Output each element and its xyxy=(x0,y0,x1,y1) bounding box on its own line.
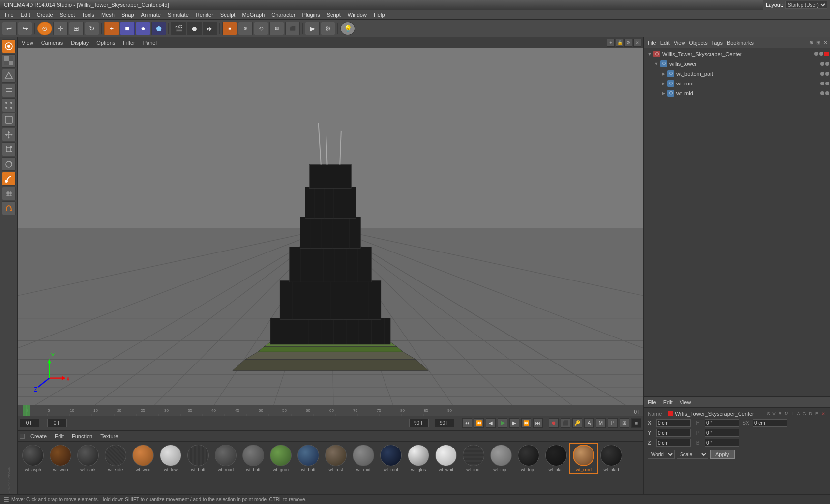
checkerboard-tool-button[interactable] xyxy=(2,54,16,68)
frame-counter-input[interactable] xyxy=(47,419,67,427)
material-wt-rust[interactable]: wt_rust xyxy=(323,444,349,473)
grid-tool-button[interactable] xyxy=(2,187,16,200)
am-menu-file[interactable]: File xyxy=(646,398,658,406)
tree-item-bottom-part[interactable]: ▶ ⬡ wt_bottom_part xyxy=(645,69,829,79)
timeline-mode-button[interactable]: P xyxy=(608,418,618,428)
menu-create[interactable]: Create xyxy=(34,11,56,19)
attr-icon-v[interactable]: V xyxy=(771,411,776,416)
tree-expand-root[interactable]: ▼ xyxy=(647,51,652,57)
material-wt-top2[interactable]: wt_top_ xyxy=(515,444,542,473)
timeline-button[interactable]: ⏭ xyxy=(203,22,217,35)
viewport-menu-filter[interactable]: Filter xyxy=(121,39,137,47)
viewport-menu-cameras[interactable]: Cameras xyxy=(39,39,65,47)
end-frame2-input[interactable] xyxy=(435,419,454,427)
bm-objects[interactable]: Objects xyxy=(687,40,709,46)
attr-h-input[interactable] xyxy=(705,419,739,427)
light-button[interactable]: 💡 xyxy=(340,22,355,35)
timeline-ruler[interactable]: 0 5 10 15 20 25 30 35 40 45 50 55 xyxy=(18,405,643,416)
goto-start-button[interactable]: ⏮ xyxy=(462,418,472,428)
material-wt-low[interactable]: wt_low xyxy=(157,444,184,473)
menu-animate[interactable]: Animate xyxy=(138,11,164,19)
attr-icon-g[interactable]: G xyxy=(801,411,807,416)
undo-button[interactable]: ↩ xyxy=(2,22,17,35)
viewport-area[interactable]: View Cameras Display Options Filter Pane… xyxy=(18,37,643,405)
auto-key-button[interactable]: A xyxy=(584,418,594,428)
cylinder-button[interactable]: ⬟ xyxy=(151,22,166,35)
move-button[interactable]: ✛ xyxy=(53,22,68,35)
material-wt-grou[interactable]: wt_grou xyxy=(267,444,294,473)
apply-button[interactable]: Apply xyxy=(710,450,735,459)
material-wt-roof2[interactable]: wt_roof xyxy=(460,444,487,473)
om-icon-3[interactable]: ✕ xyxy=(822,40,828,45)
attr-b-input[interactable] xyxy=(705,439,739,447)
render-view-button[interactable]: ▶ xyxy=(305,22,320,35)
coord-scale-select[interactable]: Scale Position Rotation xyxy=(677,450,708,459)
menu-mesh[interactable]: Mesh xyxy=(98,11,118,19)
om-icon-1[interactable]: ⊕ xyxy=(808,40,814,45)
viewport-menu-panel[interactable]: Panel xyxy=(141,39,159,47)
am-menu-edit[interactable]: Edit xyxy=(661,398,675,406)
viewport-canvas[interactable]: Perspective xyxy=(18,48,643,405)
polygon-tool-button[interactable] xyxy=(2,69,16,83)
material-wt-bott[interactable]: wt_bott xyxy=(185,444,211,473)
menu-edit[interactable]: Edit xyxy=(18,11,33,19)
scale-tool-button[interactable] xyxy=(2,142,16,156)
material-wt-dark[interactable]: wt_dark xyxy=(75,444,101,473)
attr-icon-r[interactable]: R xyxy=(777,411,783,416)
tree-expand-roof[interactable]: ▶ xyxy=(660,81,666,86)
menu-script[interactable]: Script xyxy=(324,11,344,19)
viewport-close-btn[interactable]: ✕ xyxy=(633,39,641,47)
mat-menu-texture[interactable]: Texture xyxy=(98,432,120,440)
play-button[interactable]: ▶ xyxy=(498,418,507,428)
material-wt-road[interactable]: wt_road xyxy=(212,444,239,473)
menu-help[interactable]: Help xyxy=(371,11,388,19)
tree-render-mid[interactable] xyxy=(825,91,829,95)
viewport-lock-btn[interactable]: 🔒 xyxy=(616,39,623,47)
material-wt-roof[interactable]: wt_roof xyxy=(378,444,404,473)
menu-mograph[interactable]: MoGraph xyxy=(239,11,267,19)
prev-frame-button[interactable]: ◀ xyxy=(486,418,496,428)
prev-key-button[interactable]: ⏪ xyxy=(474,418,484,428)
frame-display-button[interactable]: ■ xyxy=(631,418,641,428)
view-mode-3-button[interactable]: ◎ xyxy=(254,22,268,35)
rotate-tool-button[interactable] xyxy=(2,157,16,171)
new-object-button[interactable]: + xyxy=(104,22,119,35)
menu-render[interactable]: Render xyxy=(193,11,216,19)
tree-render-willis[interactable] xyxy=(825,62,829,66)
viewport-menu-options[interactable]: Options xyxy=(94,39,117,47)
coord-world-select[interactable]: World Object xyxy=(648,450,675,459)
attr-icon-x[interactable]: ✕ xyxy=(820,411,826,416)
view-mode-5-button[interactable]: ⬛ xyxy=(285,22,300,35)
tree-vis-roof[interactable] xyxy=(820,82,824,85)
brush-tool-button[interactable] xyxy=(2,172,16,186)
viewport-menu-view[interactable]: View xyxy=(20,39,35,47)
material-wt-roof3[interactable]: wt_roof xyxy=(570,444,597,473)
menu-window[interactable]: Window xyxy=(345,11,370,19)
material-wt-bott3[interactable]: wt_bott xyxy=(295,444,322,473)
cube-button[interactable]: ■ xyxy=(120,22,135,35)
tree-render-bottom[interactable] xyxy=(825,72,829,76)
attr-icon-s[interactable]: S xyxy=(766,411,771,416)
scale-button[interactable]: ⊞ xyxy=(69,22,84,35)
om-icon-2[interactable]: ⊞ xyxy=(815,40,821,45)
tree-item-roof[interactable]: ▶ ⬡ wt_roof xyxy=(645,79,829,88)
menu-plugins[interactable]: Plugins xyxy=(299,11,323,19)
attr-icon-d[interactable]: D xyxy=(808,411,813,416)
material-wt-woo[interactable]: wt_woo xyxy=(47,444,74,473)
bm-file[interactable]: File xyxy=(646,40,658,46)
tree-render-root[interactable] xyxy=(819,52,823,56)
attr-icon-a[interactable]: A xyxy=(796,411,800,416)
material-wt-whit[interactable]: wt_whit xyxy=(433,444,459,473)
redo-button[interactable]: ↪ xyxy=(18,22,32,35)
edge-tool-button[interactable] xyxy=(2,84,16,97)
record-button[interactable]: ⏺ xyxy=(187,22,202,35)
material-wt-side[interactable]: wt_side xyxy=(102,444,129,473)
live-select-button[interactable]: ⊙ xyxy=(37,22,52,35)
key-button[interactable]: 🔑 xyxy=(572,418,582,428)
viewport-menu-display[interactable]: Display xyxy=(69,39,90,47)
material-wt-mid[interactable]: wt_mid xyxy=(350,444,377,473)
viewport-settings-btn[interactable]: ⚙ xyxy=(624,39,632,47)
mat-menu-function[interactable]: Function xyxy=(70,432,94,440)
tree-tag-root[interactable] xyxy=(824,52,829,56)
material-wt-woo2[interactable]: wt_woo xyxy=(130,444,156,473)
